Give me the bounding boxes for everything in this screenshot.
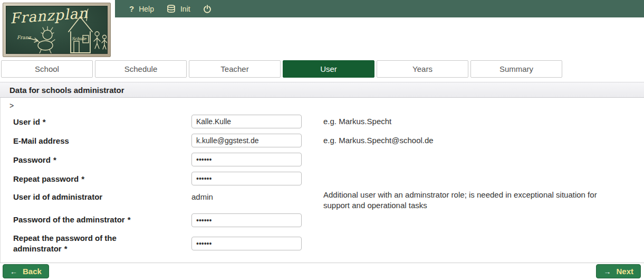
- field-label-password: Password*: [13, 155, 171, 165]
- help-icon[interactable]: ?: [129, 4, 134, 13]
- password-input[interactable]: [191, 153, 302, 166]
- required-mark: *: [53, 155, 56, 164]
- chalkboard: Franzplan Fra: [6, 6, 108, 54]
- field-label-user-id: User id*: [13, 117, 171, 127]
- database-icon[interactable]: [167, 5, 176, 13]
- email-input[interactable]: [191, 134, 302, 147]
- field-label-repeat-admin-password: Repeat the password of the adminstrator*: [13, 233, 171, 254]
- user-id-input[interactable]: [191, 115, 302, 128]
- admin-password-input[interactable]: [191, 213, 302, 227]
- tab-teacher[interactable]: Teacher: [189, 60, 281, 78]
- tab-years[interactable]: Years: [377, 60, 468, 78]
- field-label-admin-user-id: User id of administrator: [13, 192, 171, 202]
- help-menu-item[interactable]: Help: [139, 5, 154, 13]
- content-left-border: [0, 98, 1, 263]
- tab-schedule[interactable]: Schedule: [95, 60, 187, 78]
- main-tabs: School Schedule Teacher User Years Summa…: [1, 60, 562, 78]
- tab-summary[interactable]: Summary: [470, 60, 562, 78]
- house-roof: [69, 17, 92, 32]
- tab-school[interactable]: School: [1, 60, 93, 78]
- field-label-repeat-password: Repeat password*: [13, 174, 171, 184]
- schule-label: Schule: [72, 36, 87, 41]
- repeat-admin-password-input[interactable]: [191, 237, 302, 250]
- franzplan-logo: Franzplan Fra: [3, 3, 111, 57]
- init-menu-item[interactable]: Init: [180, 5, 190, 13]
- top-menu-bar: ? Help Init: [115, 0, 644, 17]
- field-label-admin-password: Password of the adminstrator*: [13, 214, 171, 225]
- required-mark: *: [81, 174, 84, 183]
- section-title: Data for schools administrator: [9, 86, 124, 95]
- field-label-email: E-Mail address: [13, 136, 171, 146]
- house-door: [74, 41, 79, 53]
- power-icon[interactable]: [203, 5, 212, 13]
- breadcrumb: >: [9, 101, 14, 110]
- back-button[interactable]: ← Back: [3, 264, 49, 278]
- user-id-hint: e.g. Markus.Specht: [323, 116, 624, 127]
- next-arrow-icon: →: [603, 267, 611, 276]
- franz-label: Franz: [17, 35, 32, 40]
- email-hint: e.g. Markus.Specht@school.de: [323, 135, 624, 146]
- admin-user-id-value: admin: [191, 192, 213, 201]
- required-mark: *: [64, 244, 68, 253]
- next-button[interactable]: → Next: [596, 264, 641, 278]
- required-mark: *: [43, 117, 46, 126]
- section-header: Data for schools administrator: [0, 82, 644, 98]
- repeat-password-input[interactable]: [191, 172, 302, 185]
- footer-divider: [0, 263, 644, 263]
- required-mark: *: [128, 215, 131, 224]
- tab-user[interactable]: User: [283, 60, 374, 78]
- admin-user-hint: Additional user with an adminstrator rol…: [323, 190, 624, 211]
- back-arrow-icon: ←: [10, 267, 17, 276]
- house-chimney-smoke: [86, 9, 88, 21]
